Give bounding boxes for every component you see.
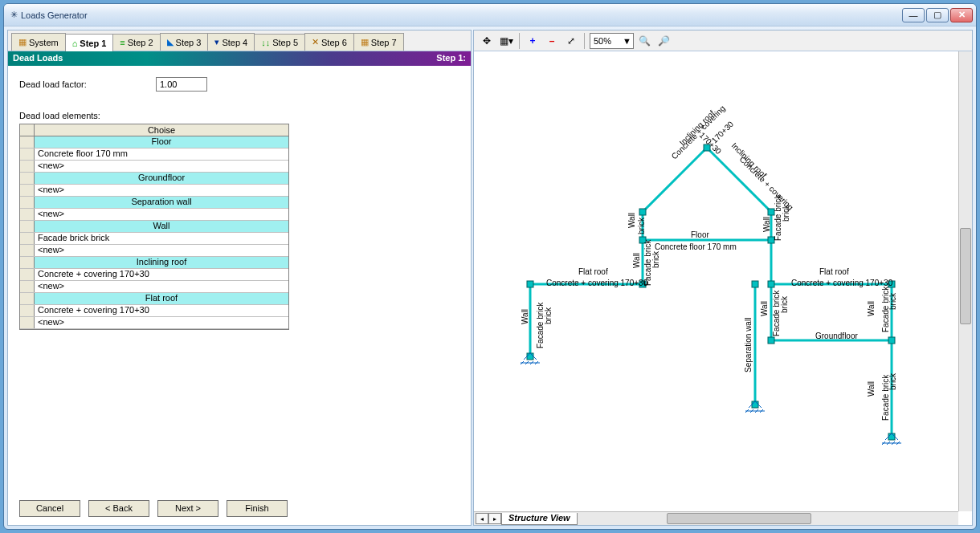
titlebar[interactable]: ✳ Loads Generator — ▢ ✕ [4,4,976,26]
svg-rect-20 [527,281,533,287]
cell[interactable]: <new> [35,317,288,328]
tab-system[interactable]: ▦System [11,33,66,51]
cell[interactable]: <new> [35,209,288,220]
zoom-in-icon[interactable]: 🔍 [637,33,653,49]
svg-text:Separation wall: Separation wall [744,318,753,372]
section-header: Dead Loads Step 1: [8,51,471,66]
category-row[interactable]: Flat roof [20,293,288,305]
svg-text:Wall: Wall [521,309,529,324]
category-row[interactable]: Floor [20,136,288,149]
view-tab-next[interactable]: ▸ [488,513,501,524]
svg-rect-22 [752,281,758,287]
cell[interactable]: Flat roof [35,293,288,304]
tab-step-6[interactable]: ✕Step 6 [304,33,354,51]
item-row[interactable]: <new> [20,161,288,173]
structure-canvas[interactable]: Inclining roof Inclining roof Concrete +… [474,51,972,525]
section-step: Step 1: [436,53,466,64]
item-row[interactable]: Concrete + covering 170+30 [20,305,288,317]
minimize-button[interactable]: — [902,8,925,22]
svg-text:Floor: Floor [691,230,709,239]
svg-text:Concrete floor   170 mm: Concrete floor 170 mm [655,242,737,251]
tab-step-7[interactable]: ▦Step 7 [353,33,404,51]
zoom-value: 50% [594,36,611,46]
cell[interactable]: Floor [35,136,288,148]
add-icon[interactable]: + [525,33,541,49]
svg-text:Wall: Wall [762,217,771,232]
svg-text:Flat roof: Flat roof [819,267,849,276]
item-row[interactable]: <new> [20,281,288,293]
item-row[interactable]: <new> [20,209,288,221]
category-row[interactable]: Separation wall [20,197,288,209]
svg-text:brick: brick [888,292,897,310]
wizard-panel: ▦System ⌂Step 1 ≡Step 2 ◣Step 3 ▾Step 4 … [7,30,472,526]
cell[interactable]: <new> [35,161,288,172]
cell[interactable]: Separation wall [35,197,288,208]
window-title: Loads Generator [21,10,88,20]
view-tab-structure[interactable]: Structure View [501,513,578,525]
pan-icon[interactable]: ✥ [479,33,495,49]
tab-step-1[interactable]: ⌂Step 1 [65,34,114,51]
dead-load-factor-input[interactable] [156,77,207,92]
svg-rect-27 [888,337,895,344]
back-button[interactable]: < Back [88,500,149,517]
close-button[interactable]: ✕ [950,8,973,22]
cell[interactable]: Concrete floor 170 mm [35,149,288,160]
svg-text:brick: brick [544,307,553,324]
svg-text:brick: brick [888,372,897,390]
view-tab-prev[interactable]: ◂ [476,513,488,524]
svg-text:Concrete + covering   170+30: Concrete + covering 170+30 [791,279,893,287]
svg-text:Wall: Wall [867,301,876,316]
svg-text:brick: brick [651,250,660,268]
category-row[interactable]: Wall [20,221,288,233]
tab-step-4[interactable]: ▾Step 4 [207,33,255,51]
svg-text:Groundfloor: Groundfloor [815,332,858,340]
fit-icon[interactable]: ⤢ [563,33,579,49]
svg-text:Concrete + covering   170+30: Concrete + covering 170+30 [546,279,648,287]
finish-button[interactable]: Finish [227,500,288,517]
svg-rect-24 [527,353,533,360]
cell[interactable]: Concrete + covering 170+30 [35,269,288,280]
svg-text:Wall: Wall [632,253,641,268]
tab-step-3[interactable]: ◣Step 3 [160,33,209,51]
cell[interactable]: Wall [35,221,288,232]
item-row[interactable]: Facade brick brick [20,233,288,245]
zoom-select[interactable]: 50%▼ [590,33,634,49]
tab-step-5[interactable]: ↓↓Step 5 [254,34,305,51]
svg-text:brick: brick [782,204,790,222]
remove-icon[interactable]: – [544,33,560,49]
svg-text:brick: brick [637,217,646,234]
svg-text:Wall: Wall [627,213,636,228]
vertical-scrollbar[interactable] [958,51,972,511]
tab-step-2[interactable]: ≡Step 2 [112,34,160,51]
cell[interactable]: Concrete + covering 170+30 [35,305,288,316]
cell[interactable]: <new> [35,281,288,292]
item-row[interactable]: <new> [20,245,288,257]
section-title: Dead Loads [13,53,63,64]
column-header-choise: Choise [35,124,288,136]
view-toolbar: ✥ ▦▾ + – ⤢ 50%▼ 🔍 🔎 [474,31,972,51]
svg-rect-15 [639,209,646,215]
elements-grid[interactable]: Choise FloorConcrete floor 170 mm<new>Gr… [19,124,289,330]
svg-text:Concrete + covering: Concrete + covering [738,155,795,212]
item-row[interactable]: Concrete floor 170 mm [20,149,288,161]
cell[interactable]: Groundfloor [35,173,288,184]
cell[interactable]: <new> [35,185,288,196]
svg-text:Wall: Wall [760,301,769,316]
item-row[interactable]: Concrete + covering 170+30 [20,269,288,281]
cell[interactable]: Facade brick brick [35,233,288,244]
elements-label: Dead load elements: [8,111,471,124]
cell[interactable]: <new> [35,245,288,256]
loads-generator-window: ✳ Loads Generator — ▢ ✕ ▦System ⌂Step 1 … [3,3,977,530]
grid-icon[interactable]: ▦▾ [498,33,514,49]
category-row[interactable]: Inclining roof [20,257,288,269]
category-row[interactable]: Groundfloor [20,173,288,185]
zoom-out-icon[interactable]: 🔎 [656,33,672,49]
item-row[interactable]: <new> [20,185,288,197]
maximize-button[interactable]: ▢ [926,8,949,22]
item-row[interactable]: <new> [20,317,288,329]
svg-rect-21 [768,281,774,287]
cell[interactable]: Inclining roof [35,257,288,268]
cancel-button[interactable]: Cancel [19,500,80,517]
step-tabs: ▦System ⌂Step 1 ≡Step 2 ◣Step 3 ▾Step 4 … [8,31,471,51]
next-button[interactable]: Next > [157,500,218,517]
